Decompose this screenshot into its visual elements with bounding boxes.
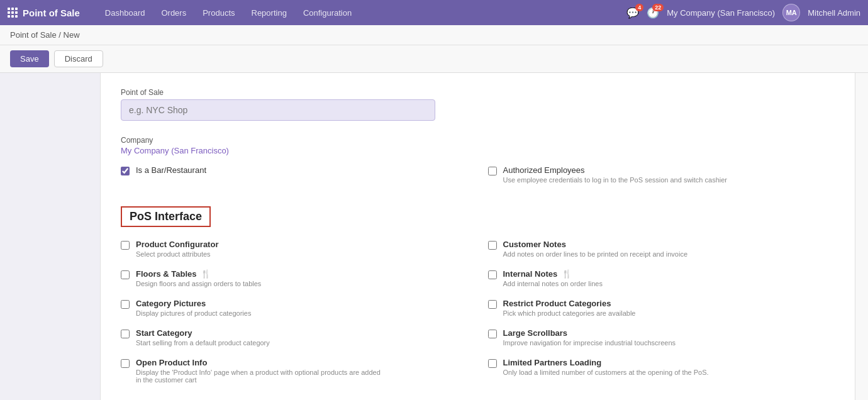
is-bar-label: Is a Bar/Restaurant bbox=[136, 165, 206, 175]
pos-name-input[interactable] bbox=[121, 99, 435, 121]
is-bar-checkbox[interactable] bbox=[121, 167, 130, 175]
company-value[interactable]: My Company (San Francisco) bbox=[121, 146, 835, 155]
pos-interface-title: PoS Interface bbox=[130, 210, 202, 223]
pos-name-label: Point of Sale bbox=[121, 88, 835, 97]
menu-products[interactable]: Products bbox=[195, 4, 242, 21]
feature-restrict-product-categories: Restrict Product Categories Pick which p… bbox=[488, 299, 835, 317]
toolbar: Save Discard bbox=[0, 45, 868, 73]
product-configurator-desc: Select product attributes bbox=[136, 250, 218, 258]
limited-partners-loading-label: Limited Partners Loading bbox=[503, 358, 709, 367]
menu-reporting[interactable]: Reporting bbox=[244, 4, 294, 21]
feature-floors-tables: Floors & Tables 🍴 Design floors and assi… bbox=[121, 269, 468, 287]
start-category-label: Start Category bbox=[136, 328, 270, 338]
customer-notes-label: Customer Notes bbox=[503, 240, 688, 249]
feature-large-scrollbars: Large Scrollbars Improve navigation for … bbox=[488, 328, 835, 347]
internal-notes-icon: 🍴 bbox=[562, 269, 572, 279]
notifications-badge: 4 bbox=[635, 4, 643, 11]
large-scrollbars-desc: Improve navigation for imprecise industr… bbox=[503, 339, 676, 347]
restrict-product-categories-label: Restrict Product Categories bbox=[503, 299, 636, 308]
floors-tables-icon: 🍴 bbox=[201, 269, 211, 279]
limited-partners-loading-checkbox[interactable] bbox=[488, 359, 497, 368]
features-grid: Product Configurator Select product attr… bbox=[121, 240, 835, 395]
authorized-employees-row: Authorized Employees Use employee creden… bbox=[488, 165, 835, 184]
save-button[interactable]: Save bbox=[10, 50, 49, 67]
menu-orders[interactable]: Orders bbox=[153, 4, 194, 21]
restrict-product-categories-checkbox[interactable] bbox=[488, 300, 497, 309]
feature-open-product-info: Open Product Info Display the 'Product I… bbox=[121, 358, 468, 384]
is-bar-label-group: Is a Bar/Restaurant bbox=[136, 165, 206, 175]
floors-tables-checkbox[interactable] bbox=[121, 270, 130, 279]
large-scrollbars-checkbox[interactable] bbox=[488, 330, 497, 338]
product-configurator-checkbox[interactable] bbox=[121, 241, 130, 250]
main-content: Point of Sale Company My Company (San Fr… bbox=[0, 73, 868, 400]
feature-customer-notes: Customer Notes Add notes on order lines … bbox=[488, 240, 835, 258]
start-category-checkbox[interactable] bbox=[121, 330, 130, 338]
left-sidebar bbox=[0, 73, 101, 400]
open-product-info-label: Open Product Info bbox=[136, 358, 387, 367]
internal-notes-label: Internal Notes 🍴 bbox=[503, 269, 603, 279]
right-sidebar bbox=[855, 73, 868, 400]
category-pictures-desc: Display pictures of product categories bbox=[136, 309, 251, 317]
topnav-right: 💬 4 🕐 22 My Company (San Francisco) MA M… bbox=[626, 4, 860, 21]
feature-internal-notes: Internal Notes 🍴 Add internal notes on o… bbox=[488, 269, 835, 287]
limited-partners-loading-desc: Only load a limited number of customers … bbox=[503, 369, 709, 376]
chat-badge: 22 bbox=[652, 4, 664, 11]
features-right-col: Customer Notes Add notes on order lines … bbox=[488, 240, 835, 395]
internal-notes-desc: Add internal notes on order lines bbox=[503, 280, 603, 287]
start-category-desc: Start selling from a default product cat… bbox=[136, 339, 270, 347]
feature-start-category: Start Category Start selling from a defa… bbox=[121, 328, 468, 347]
user-name: Mitchell Admin bbox=[808, 8, 860, 18]
app-name: Point of Sale bbox=[23, 8, 80, 18]
app-logo[interactable]: Point of Sale bbox=[8, 8, 92, 18]
feature-limited-partners-loading: Limited Partners Loading Only load a lim… bbox=[488, 358, 835, 376]
authorized-employees-desc: Use employee credentials to log in to th… bbox=[503, 176, 727, 184]
features-left-col: Product Configurator Select product attr… bbox=[121, 240, 468, 395]
large-scrollbars-label: Large Scrollbars bbox=[503, 328, 676, 338]
pos-interface-section-title-box: PoS Interface bbox=[121, 206, 211, 227]
top-navigation: Point of Sale Dashboard Orders Products … bbox=[0, 0, 868, 25]
floors-tables-desc: Design floors and assign orders to table… bbox=[136, 280, 261, 287]
grid-icon bbox=[8, 8, 18, 18]
company-label: Company bbox=[121, 136, 835, 145]
notifications-button[interactable]: 💬 4 bbox=[626, 7, 639, 19]
is-bar-row: Is a Bar/Restaurant bbox=[121, 165, 468, 184]
restrict-product-categories-desc: Pick which product categories are availa… bbox=[503, 309, 636, 317]
customer-notes-checkbox[interactable] bbox=[488, 241, 497, 250]
category-pictures-checkbox[interactable] bbox=[121, 300, 130, 309]
open-product-info-checkbox[interactable] bbox=[121, 359, 130, 368]
product-configurator-label: Product Configurator bbox=[136, 240, 218, 249]
pos-name-field: Point of Sale bbox=[121, 88, 835, 121]
chat-button[interactable]: 🕐 22 bbox=[647, 7, 659, 19]
breadcrumb: Point of Sale / New bbox=[10, 30, 80, 40]
form-area: Point of Sale Company My Company (San Fr… bbox=[101, 73, 855, 400]
authorized-employees-label-group: Authorized Employees Use employee creden… bbox=[503, 165, 727, 184]
floors-tables-label: Floors & Tables 🍴 bbox=[136, 269, 261, 279]
breadcrumb-bar: Point of Sale / New bbox=[0, 25, 868, 45]
main-menu: Dashboard Orders Products Reporting Conf… bbox=[97, 4, 626, 21]
internal-notes-checkbox[interactable] bbox=[488, 270, 497, 279]
authorized-employees-checkbox[interactable] bbox=[488, 167, 497, 175]
company-name: My Company (San Francisco) bbox=[667, 8, 775, 18]
discard-button[interactable]: Discard bbox=[54, 50, 103, 67]
menu-configuration[interactable]: Configuration bbox=[296, 4, 359, 21]
feature-product-configurator: Product Configurator Select product attr… bbox=[121, 240, 468, 258]
company-section: Company My Company (San Francisco) bbox=[121, 136, 835, 155]
customer-notes-desc: Add notes on order lines to be printed o… bbox=[503, 250, 688, 258]
authorized-employees-label: Authorized Employees bbox=[503, 165, 727, 175]
menu-dashboard[interactable]: Dashboard bbox=[97, 4, 153, 21]
open-product-info-desc: Display the 'Product Info' page when a p… bbox=[136, 369, 387, 384]
feature-category-pictures: Category Pictures Display pictures of pr… bbox=[121, 299, 468, 317]
top-checkboxes: Is a Bar/Restaurant Authorized Employees… bbox=[121, 165, 835, 189]
category-pictures-label: Category Pictures bbox=[136, 299, 251, 308]
avatar[interactable]: MA bbox=[782, 4, 800, 21]
